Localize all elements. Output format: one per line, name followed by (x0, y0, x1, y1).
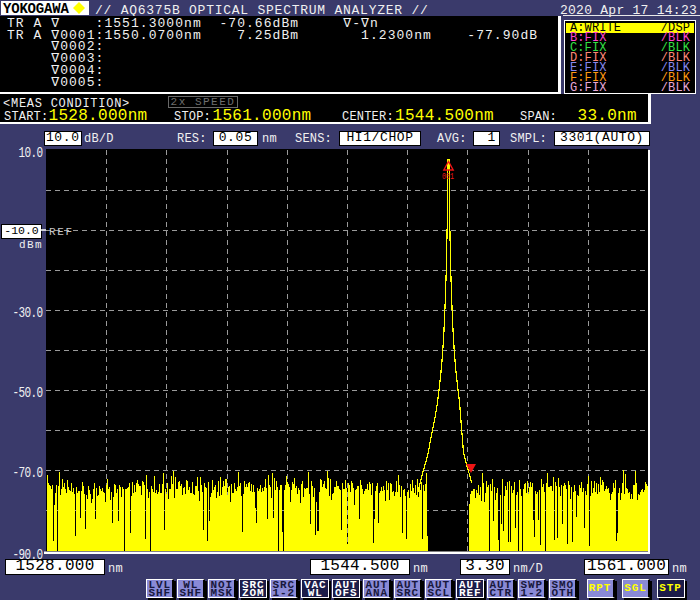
svg-text:REF: REF (49, 226, 74, 238)
svg-text:001: 001 (442, 171, 454, 182)
